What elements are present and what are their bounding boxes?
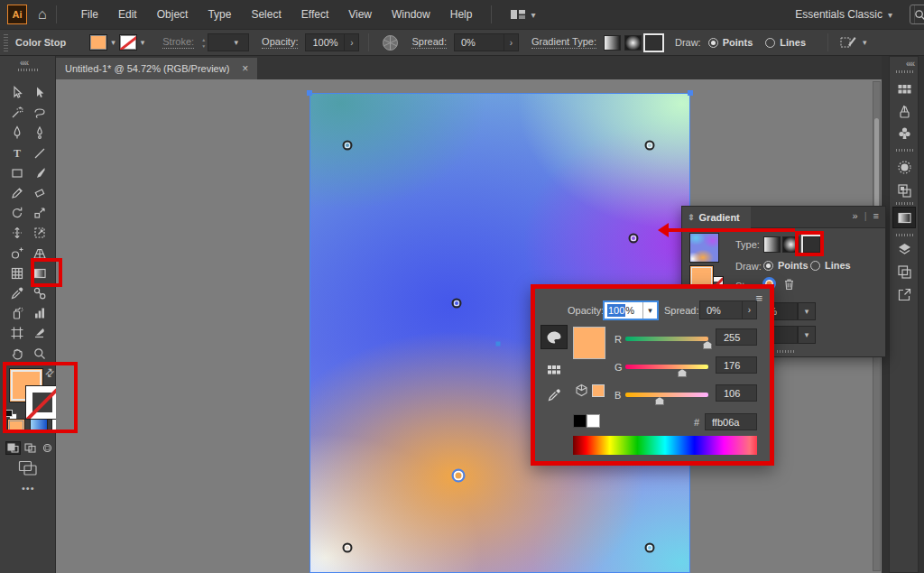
selection-handle[interactable] [688, 90, 693, 96]
panel-grip[interactable] [896, 70, 913, 73]
stroke-weight-stepper[interactable]: ▲▼ [201, 37, 206, 49]
chevron-down-icon[interactable]: ▾ [798, 326, 816, 344]
symbol-sprayer-tool[interactable] [5, 303, 28, 323]
gradient-stop[interactable] [645, 543, 655, 553]
menu-view[interactable]: View [338, 5, 382, 24]
column-graph-tool[interactable] [28, 303, 51, 323]
menu-select[interactable]: Select [241, 5, 291, 24]
gradient-stop[interactable] [645, 141, 655, 151]
delete-stop-icon[interactable] [783, 278, 795, 292]
red-slider-handle[interactable] [703, 341, 712, 349]
rectangle-tool[interactable] [5, 163, 28, 183]
gradient-preview-thumbnail[interactable] [689, 233, 719, 263]
eyedropper-tool[interactable] [5, 283, 28, 303]
search-button[interactable] [910, 5, 924, 24]
gradient-stop[interactable] [343, 141, 353, 151]
green-channel-slider[interactable] [625, 365, 708, 369]
chevron-down-icon[interactable]: ▾ [859, 38, 871, 47]
artboard-tool[interactable] [5, 323, 28, 343]
panel-draw-points-radio[interactable]: Points [763, 260, 808, 271]
menu-help[interactable]: Help [440, 5, 483, 24]
close-tab-icon[interactable]: × [242, 62, 248, 75]
selection-handle[interactable] [307, 90, 312, 96]
gradient-stop[interactable] [343, 543, 353, 553]
hand-tool[interactable] [5, 343, 28, 363]
popup-spread-expand-button[interactable]: › [743, 300, 757, 319]
color-mixer-tab[interactable] [541, 325, 568, 349]
green-channel-value[interactable]: 176 [716, 356, 757, 374]
panel-grip[interactable] [896, 202, 913, 205]
panel-gradient-type-linear-button[interactable] [763, 236, 781, 253]
curvature-tool[interactable] [28, 123, 51, 143]
symbols-panel-icon[interactable] [892, 122, 916, 143]
gradient-panel-header[interactable]: ⇕ Gradient » | ≡ [682, 207, 885, 228]
blue-slider-handle[interactable] [655, 397, 664, 405]
width-tool[interactable] [5, 223, 28, 243]
gradient-midpoint-dot[interactable] [496, 342, 501, 347]
stroke-color-swatch[interactable] [119, 34, 137, 51]
gradient-type-freeform-button[interactable] [645, 35, 662, 51]
brushes-panel-icon[interactable] [892, 100, 916, 122]
gradient-type-linear-button[interactable] [604, 35, 621, 51]
layers-panel-icon[interactable] [892, 238, 916, 260]
blue-channel-value[interactable]: 106 [716, 384, 757, 402]
gradient-panel-icon[interactable] [892, 207, 916, 228]
popup-opacity-combobox[interactable]: 100% ▾ [603, 300, 659, 320]
hex-value-field[interactable]: ffb06a [705, 413, 757, 430]
paintbrush-tool[interactable] [28, 163, 51, 183]
illustrator-logo-icon[interactable]: Ai [7, 5, 27, 24]
chevron-down-icon[interactable]: ▾ [137, 38, 149, 47]
menu-edit[interactable]: Edit [108, 5, 147, 24]
slice-tool[interactable] [28, 323, 51, 343]
panel-menu-icon[interactable]: ≡ [873, 210, 879, 221]
menu-window[interactable]: Window [382, 5, 440, 24]
stroke-color-swatch[interactable] [25, 385, 60, 420]
swatches-panel-icon[interactable] [892, 79, 916, 100]
artboards-panel-icon[interactable] [892, 261, 916, 282]
fill-color-swatch[interactable] [89, 34, 107, 51]
panel-collapse-icon[interactable]: ⇕ [688, 213, 695, 222]
free-transform-tool[interactable] [28, 223, 51, 243]
panel-gradient-type-freeform-button[interactable] [803, 236, 820, 253]
red-channel-value[interactable]: 255 [716, 328, 757, 346]
scale-tool[interactable] [28, 203, 51, 223]
draw-points-radio[interactable]: Points [708, 37, 753, 48]
gradient-stop-selected[interactable] [452, 469, 466, 483]
selection-tool[interactable] [5, 83, 28, 103]
swap-fill-stroke-icon[interactable]: ⇄ [42, 365, 58, 380]
spread-field[interactable]: 0% [454, 33, 504, 51]
expand-panels-icon[interactable]: «« [906, 59, 914, 69]
export-panel-icon[interactable] [892, 283, 916, 305]
panel-grip[interactable] [896, 234, 913, 236]
swatches-tab[interactable] [541, 357, 568, 382]
chevron-down-icon[interactable]: ▾ [107, 38, 119, 47]
panel-gradient-type-radial-button[interactable] [782, 236, 799, 253]
eyedropper-tab[interactable] [541, 383, 568, 407]
out-of-gamut-cube-icon[interactable] [575, 384, 588, 399]
workspace-switcher[interactable]: Essentials Classic [795, 8, 888, 21]
collapse-to-icons-icon[interactable]: » [852, 210, 857, 221]
green-slider-handle[interactable] [678, 369, 687, 377]
document-tab[interactable]: Untitled-1* @ 54.72% (RGB/Preview) × [56, 58, 257, 79]
magic-wand-tool[interactable] [5, 103, 28, 123]
popup-spread-field[interactable]: 0% [699, 300, 743, 319]
blend-tool[interactable] [28, 283, 51, 303]
draw-lines-radio[interactable]: Lines [765, 37, 806, 48]
draw-behind-button[interactable] [23, 441, 38, 455]
menu-object[interactable]: Object [147, 5, 199, 24]
gamut-color-swatch[interactable] [592, 384, 605, 397]
opacity-expand-button[interactable]: › [345, 33, 359, 51]
black-swatch[interactable] [573, 414, 587, 428]
change-screen-mode-button[interactable] [18, 460, 38, 479]
opacity-label[interactable]: Opacity: [262, 36, 298, 49]
gradient-panel-tab[interactable]: ⇕ Gradient [682, 207, 751, 228]
gradient-type-radial-button[interactable] [624, 35, 642, 51]
color-panel-icon[interactable] [892, 156, 916, 178]
draw-inside-button[interactable] [40, 441, 55, 455]
panel-draw-lines-radio[interactable]: Lines [810, 260, 851, 271]
draw-normal-button[interactable] [5, 441, 21, 455]
stroke-weight-field[interactable]: ▾ [208, 33, 249, 51]
panel-grip[interactable] [896, 149, 913, 152]
pen-tool[interactable] [5, 123, 28, 143]
rotate-tool[interactable] [5, 203, 28, 223]
